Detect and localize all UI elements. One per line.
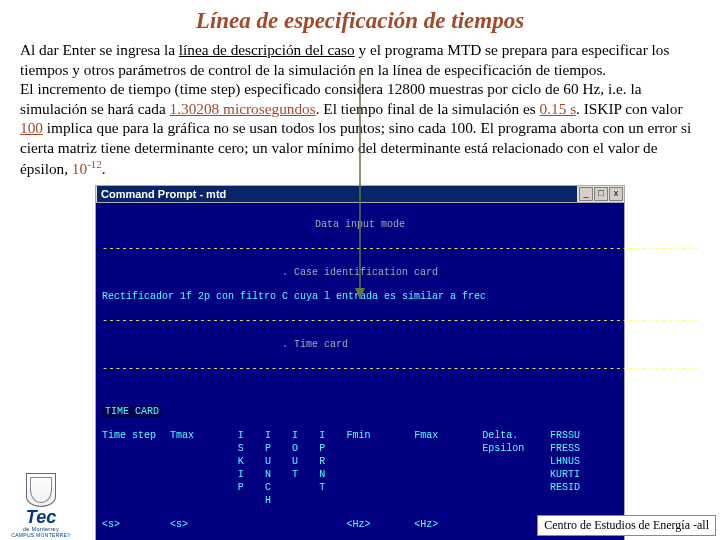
divider-dots: ----------------------------------------… bbox=[102, 314, 618, 327]
underlined-phrase: línea de descripción del caso bbox=[179, 41, 355, 58]
time-card-header: TIME CARD bbox=[102, 406, 162, 417]
col-tmax: Tmax bbox=[170, 429, 238, 507]
col-iout: I O U T bbox=[292, 429, 319, 507]
window-caption: Command Prompt - mtd bbox=[97, 186, 577, 202]
shield-icon bbox=[26, 473, 56, 507]
col-delta: Delta. Epsilon bbox=[482, 429, 550, 507]
unit: <s> bbox=[170, 518, 238, 531]
text: . ISKIP con valor bbox=[576, 100, 683, 117]
case-line: Rectificador 1f 2p con filtro C cuya l e… bbox=[102, 290, 618, 303]
column-headers: Time step Tmax I S K I P I P U N C H I O… bbox=[102, 429, 618, 507]
text: . bbox=[102, 161, 106, 178]
maximize-button[interactable]: □ bbox=[594, 187, 608, 201]
footer-credit: Centro de Estudios de Energía -all bbox=[537, 515, 716, 536]
logo-sub2: CAMPUS MONTERREY bbox=[6, 532, 76, 538]
red-exponent: -12 bbox=[87, 158, 102, 170]
text: implica que para la gráfica no se usan t… bbox=[20, 119, 691, 177]
body-paragraph: Al dar Enter se ingresa la línea de desc… bbox=[0, 40, 720, 179]
red-value: 0.15 s bbox=[540, 100, 577, 117]
page-title: Línea de especificación de tiempos bbox=[0, 0, 720, 40]
logo-brand: Tec bbox=[6, 509, 76, 525]
divider-dots: ----------------------------------------… bbox=[102, 242, 618, 255]
card-label: Time card bbox=[294, 339, 348, 350]
card-label: Case identification card bbox=[294, 267, 438, 278]
red-value: 1.30208 microsegundos bbox=[170, 100, 316, 117]
minimize-button[interactable]: _ bbox=[579, 187, 593, 201]
text: Al dar Enter se ingresa la bbox=[20, 41, 179, 58]
col-iskip: I S K I P bbox=[238, 429, 265, 507]
blank bbox=[238, 518, 347, 531]
text: . El tiempo final de la simulación es bbox=[316, 100, 540, 117]
col-fmax: Fmax bbox=[414, 429, 482, 507]
unit: <Hz> bbox=[414, 518, 482, 531]
window-buttons: _ □ x bbox=[578, 186, 624, 202]
terminal-mode: Data input mode bbox=[315, 219, 405, 230]
col-timestep: Time step bbox=[102, 429, 170, 507]
card-label: . bbox=[282, 339, 294, 350]
terminal-body: Data input mode ------------------------… bbox=[95, 203, 625, 540]
col-ipunch: I P U N C H bbox=[265, 429, 292, 507]
red-value: 10 bbox=[72, 161, 87, 178]
close-button[interactable]: x bbox=[609, 187, 623, 201]
window-titlebar: Command Prompt - mtd _ □ x bbox=[95, 185, 625, 203]
terminal-screenshot: Command Prompt - mtd _ □ x Data input mo… bbox=[95, 185, 625, 540]
col-frssu: FRSSU FRESS LHNUS KURTI RESID bbox=[550, 429, 618, 507]
card-label: . bbox=[282, 267, 294, 278]
unit: <s> bbox=[102, 518, 170, 531]
unit: <Hz> bbox=[346, 518, 414, 531]
tec-logo: Tec de Monterrey CAMPUS MONTERREY bbox=[6, 473, 76, 538]
red-value: 100 bbox=[20, 119, 43, 136]
divider-dots: ----------------------------------------… bbox=[102, 362, 618, 375]
col-fmin: Fmin bbox=[346, 429, 414, 507]
col-iprnt: I P R N T bbox=[319, 429, 346, 507]
blank bbox=[102, 267, 282, 278]
blank bbox=[102, 339, 282, 350]
